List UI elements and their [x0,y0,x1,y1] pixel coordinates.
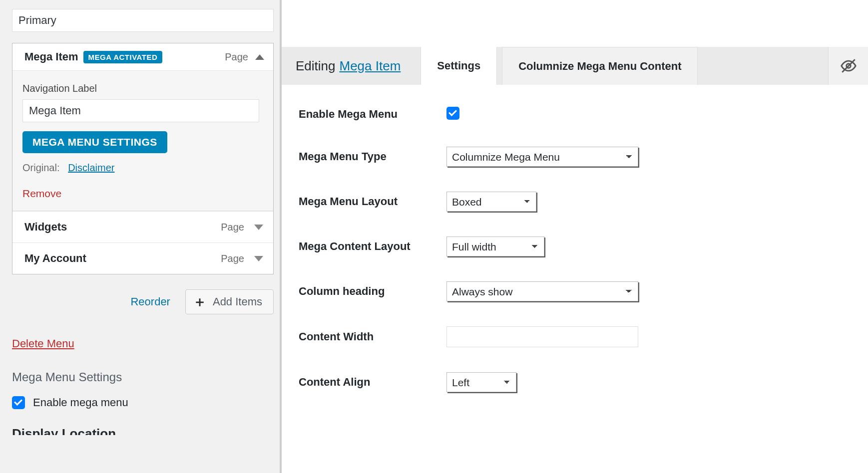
chevron-down-icon [254,256,263,261]
menu-item-body: Navigation Label MEGA MENU SETTINGS Orig… [12,71,273,211]
settings-body: Enable Mega Menu Mega Menu Type Columniz… [282,85,868,439]
menu-item-header[interactable]: Widgets Page [12,211,273,242]
tab-columnize[interactable]: Columnize Mega Menu Content [502,47,698,85]
label-column-heading: Column heading [299,285,446,298]
label-mega-menu-type: Mega Menu Type [299,150,446,163]
original-link[interactable]: Disclaimer [68,162,114,173]
menu-item-title: My Account [24,252,86,265]
menu-item-title: Widgets [24,221,67,234]
editing-prefix: Editing [296,58,336,74]
row-enable-mega-menu: Enable Mega Menu [299,107,851,122]
menu-name-input[interactable] [12,9,274,32]
menu-item-type: Page [225,51,248,63]
menu-item-title: Mega Item [24,50,78,63]
original-row: Original: Disclaimer [22,162,263,174]
enable-mega-menu-checkbox[interactable] [12,396,25,409]
menu-item-header[interactable]: My Account Page [12,242,273,274]
nav-label-input[interactable] [22,99,259,122]
label-mega-content-layout: Mega Content Layout [299,240,446,253]
original-label: Original: [22,162,59,173]
label-content-align: Content Align [299,376,446,389]
tab-bar: Editing Mega Item Settings Columnize Meg… [282,47,868,85]
chevron-down-icon [254,225,263,230]
enable-mega-menu-label: Enable mega menu [33,396,128,409]
eye-slash-icon [840,57,857,74]
delete-menu-link[interactable]: Delete Menu [12,337,74,350]
select-column-heading[interactable]: Always show [446,281,638,301]
menu-item-type: Page [221,222,244,233]
remove-link[interactable]: Remove [22,188,61,200]
row-content-width: Content Width [299,326,851,347]
select-mega-menu-layout[interactable]: Boxed [446,192,536,212]
menu-item-header[interactable]: Mega Item MEGA ACTIVATED Page [12,43,273,71]
add-items-button[interactable]: ＋ Add Items [185,289,274,314]
tab-settings[interactable]: Settings [421,47,497,85]
menu-item-type: Page [221,253,244,264]
select-mega-menu-type[interactable]: Columnize Mega Menu [446,147,638,167]
sidebar: Mega Item MEGA ACTIVATED Page Navigation… [0,0,280,473]
input-content-width[interactable] [446,326,638,347]
label-mega-menu-layout: Mega Menu Layout [299,195,446,208]
enable-mega-menu-row[interactable]: Enable mega menu [12,396,266,409]
chevron-up-icon [255,54,264,60]
editing-label: Editing Mega Item [296,47,421,85]
row-column-heading: Column heading Always show [299,281,851,301]
mega-activated-badge: MEGA ACTIVATED [83,51,163,63]
mega-menu-settings-button[interactable]: MEGA MENU SETTINGS [22,131,167,153]
row-content-align: Content Align Left [299,372,851,392]
visibility-toggle[interactable] [828,47,868,85]
row-mega-content-layout: Mega Content Layout Full width [299,236,851,256]
truncated-heading: Display Location [12,426,266,435]
settings-panel: Editing Mega Item Settings Columnize Meg… [282,0,868,473]
menu-actions-row: Reorder ＋ Add Items [12,289,274,314]
label-content-width: Content Width [299,330,446,343]
select-content-align[interactable]: Left [446,372,516,392]
row-mega-menu-layout: Mega Menu Layout Boxed [299,192,851,212]
mega-menu-settings-heading: Mega Menu Settings [12,370,266,384]
reorder-link[interactable]: Reorder [130,295,170,308]
add-items-label: Add Items [213,295,262,308]
enable-mega-menu-checkbox-panel[interactable] [446,107,459,120]
label-enable-mega-menu: Enable Mega Menu [299,108,446,121]
menu-item-list: Mega Item MEGA ACTIVATED Page Navigation… [12,43,274,274]
plus-icon: ＋ [193,295,207,309]
editing-item-link[interactable]: Mega Item [340,58,401,74]
nav-label-caption: Navigation Label [22,83,263,94]
row-mega-menu-type: Mega Menu Type Columnize Mega Menu [299,147,851,167]
select-mega-content-layout[interactable]: Full width [446,236,544,256]
